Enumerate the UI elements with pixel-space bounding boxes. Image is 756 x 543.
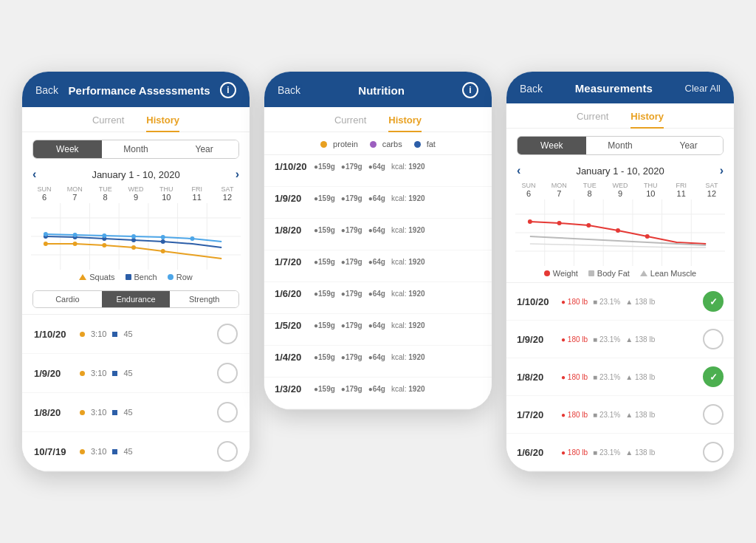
clear-all-button[interactable]: Clear All	[685, 83, 721, 94]
bodyfat-icon	[588, 270, 594, 276]
phone3-title: Measurements	[543, 82, 684, 95]
day-col: FRI11	[184, 185, 210, 202]
cardio-btn[interactable]: Cardio	[33, 291, 102, 307]
next-arrow-3[interactable]: ›	[720, 164, 724, 177]
svg-point-10	[73, 242, 78, 246]
day-col: WED9	[123, 185, 149, 202]
nutrition-item[interactable]: 1/8/20 ●159g ●179g ●64g kcal: 1920	[264, 219, 492, 250]
svg-point-20	[73, 233, 78, 237]
select-circle-checked[interactable]	[703, 291, 724, 312]
nutrition-item[interactable]: 1/10/20 ●159g ●179g ●64g kcal: 1920	[264, 155, 492, 187]
square-icon	[112, 371, 117, 376]
nutrition-legend: protein carbs fat	[264, 134, 492, 155]
select-circle[interactable]	[703, 329, 724, 349]
year-btn-3[interactable]: Year	[654, 137, 723, 154]
svg-point-22	[131, 234, 136, 239]
day-col: THU10	[153, 185, 179, 202]
select-circle[interactable]	[217, 441, 238, 462]
date-label-1: January 1 - 10, 2020	[92, 169, 179, 180]
svg-point-34	[528, 219, 532, 224]
tab-history-2[interactable]: History	[388, 115, 422, 132]
list-item[interactable]: 10/7/19 3:10 45	[22, 432, 250, 471]
chart-area-1	[31, 203, 241, 270]
meas-item[interactable]: 1/9/20 ● 180 lb ■ 23.1% ▲ 138 lb	[506, 321, 734, 358]
tab-history-3[interactable]: History	[630, 111, 664, 128]
endurance-btn[interactable]: Endurance	[102, 291, 171, 307]
select-circle[interactable]	[217, 324, 238, 344]
nutrition-item[interactable]: 1/9/20 ●159g ●179g ●64g kcal: 1920	[264, 187, 492, 219]
tab-current-1[interactable]: Current	[92, 115, 124, 132]
back-button-1[interactable]: Back	[35, 84, 58, 96]
svg-point-11	[102, 243, 106, 247]
month-btn-1[interactable]: Month	[102, 140, 171, 158]
phone1-title: Performance Assessments	[58, 84, 220, 97]
list-item[interactable]: 1/9/20 3:10 45	[22, 354, 250, 393]
leanmuscle-icon	[640, 270, 647, 276]
nutrition-item[interactable]: 1/6/20 ●159g ●179g ●64g kcal: 1920	[264, 282, 492, 314]
phone3-tabs: Current History	[506, 103, 734, 129]
svg-point-35	[557, 221, 562, 225]
performance-list: 1/10/20 3:10 45 1/9/20	[22, 314, 250, 471]
protein-dot	[320, 141, 327, 148]
svg-point-37	[616, 228, 620, 233]
dot-icon	[80, 371, 85, 376]
chart-legend-1: Squats Bench Row	[22, 270, 250, 286]
date-nav-3: ‹ January 1 - 10, 2020 ›	[506, 160, 734, 182]
phone1-body: Current History Week Month Year ‹ Januar…	[22, 107, 250, 471]
chart-legend-3: Weight Body Fat Lean Muscle	[506, 266, 734, 282]
week-btn-3[interactable]: Week	[518, 137, 586, 154]
back-button-2[interactable]: Back	[278, 84, 300, 96]
tab-current-2[interactable]: Current	[334, 115, 366, 132]
nutrition-list: 1/10/20 ●159g ●179g ●64g kcal: 1920 1/9/	[264, 155, 492, 409]
tab-history-1[interactable]: History	[146, 115, 179, 132]
dot-icon	[80, 410, 85, 415]
day-labels-1: SUN6 MON7 TUE8 WED9 THU10 FRI11 SAT12	[22, 185, 250, 202]
list-item[interactable]: 1/10/20 3:10 45	[22, 315, 250, 354]
tab-current-3[interactable]: Current	[577, 111, 608, 128]
select-circle[interactable]	[703, 442, 724, 462]
square-icon	[112, 410, 117, 415]
bench-icon	[126, 274, 131, 280]
next-arrow-1[interactable]: ›	[236, 168, 239, 181]
legend-leanmuscle: Lean Muscle	[640, 269, 696, 278]
nutrition-item[interactable]: 1/4/20 ●159g ●179g ●64g kcal: 1920	[264, 346, 492, 378]
phone2-tabs: Current History	[264, 107, 492, 132]
period-selector-1: Week Month Year	[32, 140, 239, 159]
nutrition-item[interactable]: 1/5/20 ●159g ●179g ●64g kcal: 1920	[264, 314, 492, 346]
phones-container: Back Performance Assessments i Current H…	[21, 71, 735, 472]
info-icon-1[interactable]: i	[220, 82, 236, 98]
meas-item[interactable]: 1/7/20 ● 180 lb ■ 23.1% ▲ 138 lb	[506, 396, 734, 434]
prev-arrow-1[interactable]: ‹	[32, 168, 36, 181]
meas-item[interactable]: 1/8/20 ● 180 lb ■ 23.1% ▲ 138 lb	[506, 358, 734, 396]
year-btn-1[interactable]: Year	[170, 140, 238, 158]
weight-dot-icon	[544, 270, 550, 276]
week-btn-1[interactable]: Week	[33, 140, 102, 158]
legend-squats: Squats	[79, 273, 114, 281]
select-circle[interactable]	[217, 363, 238, 383]
nutrition-item[interactable]: 1/7/20 ●159g ●179g ●64g kcal: 1920	[264, 250, 492, 282]
legend-bench: Bench	[126, 273, 157, 281]
svg-point-9	[44, 242, 48, 246]
select-circle-checked[interactable]	[703, 366, 724, 387]
back-button-3[interactable]: Back	[520, 83, 543, 95]
day-col: SAT12	[214, 185, 241, 202]
legend-protein: protein	[320, 140, 358, 148]
month-btn-3[interactable]: Month	[586, 137, 655, 154]
prev-arrow-3[interactable]: ‹	[517, 164, 520, 177]
phone2-header: Back Nutrition i	[264, 72, 492, 107]
svg-point-13	[161, 249, 165, 253]
date-nav-1: ‹ January 1 - 10, 2020 ›	[22, 163, 250, 185]
svg-point-38	[645, 234, 650, 239]
square-icon	[112, 332, 117, 337]
list-item[interactable]: 1/8/20 3:10 45	[22, 393, 250, 432]
info-icon-2[interactable]: i	[462, 82, 478, 98]
select-circle[interactable]	[217, 402, 238, 423]
meas-item[interactable]: 1/10/20 ● 180 lb ■ 23.1% ▲ 138 lb	[506, 283, 734, 321]
strength-btn[interactable]: Strength	[170, 291, 238, 307]
nutrition-item[interactable]: 1/3/20 ●159g ●179g ●64g kcal: 1920	[264, 378, 492, 409]
select-circle[interactable]	[703, 404, 724, 425]
meas-item[interactable]: 1/6/20 ● 180 lb ■ 23.1% ▲ 138 lb	[506, 434, 734, 471]
legend-fat: fat	[414, 140, 436, 148]
squats-icon	[79, 274, 86, 280]
legend-bodyfat: Body Fat	[588, 269, 630, 278]
